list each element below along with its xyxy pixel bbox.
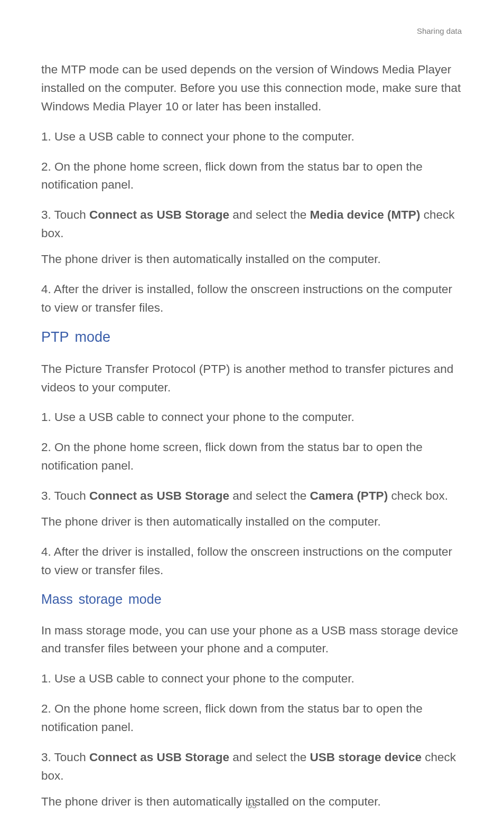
step-text: 3. Touch Connect as USB Storage and sele… xyxy=(41,487,463,531)
step-subtext: The phone driver is then automatically i… xyxy=(41,513,463,531)
bold-run: USB storage device xyxy=(310,751,422,764)
step-subtext: The phone driver is then automatically i… xyxy=(41,250,463,269)
text-run: Touch xyxy=(54,208,89,221)
step-number: 3. xyxy=(41,489,54,502)
mass-steps-list: 1. Use a USB cable to connect your phone… xyxy=(41,670,463,811)
step-number: 3. xyxy=(41,751,54,764)
page-header-label: Sharing data xyxy=(41,26,463,35)
step-number: 3. xyxy=(41,208,54,221)
text-run: Touch xyxy=(54,751,89,764)
ptp-intro-paragraph: The Picture Transfer Protocol (PTP) is a… xyxy=(41,360,463,397)
text-run: check box. xyxy=(388,489,448,502)
mtp-steps-list: 1. Use a USB cable to connect your phone… xyxy=(41,128,463,317)
list-item: 1. Use a USB cable to connect your phone… xyxy=(41,670,463,688)
list-item: 2. On the phone home screen, flick down … xyxy=(41,158,463,195)
page-number: 63 xyxy=(0,801,504,810)
bold-run: Media device (MTP) xyxy=(310,208,421,221)
step-text: 4. After the driver is installed, follow… xyxy=(41,280,463,317)
mtp-intro-paragraph: the MTP mode can be used depends on the … xyxy=(41,61,463,116)
step-text: 3. Touch Connect as USB Storage and sele… xyxy=(41,206,463,269)
step-text: 4. After the driver is installed, follow… xyxy=(41,543,463,580)
list-item: 3. Touch Connect as USB Storage and sele… xyxy=(41,487,463,531)
bold-run: Connect as USB Storage xyxy=(89,208,229,221)
text-run: and select the xyxy=(229,751,310,764)
list-item: 1. Use a USB cable to connect your phone… xyxy=(41,408,463,427)
step-text: 1. Use a USB cable to connect your phone… xyxy=(41,670,463,688)
document-page: Sharing data the MTP mode can be used de… xyxy=(0,0,504,811)
ptp-steps-list: 1. Use a USB cable to connect your phone… xyxy=(41,408,463,579)
step-text: 2. On the phone home screen, flick down … xyxy=(41,700,463,737)
section-heading-mass-storage: Mass storage mode xyxy=(41,592,463,607)
step-text: 1. Use a USB cable to connect your phone… xyxy=(41,408,463,427)
list-item: 1. Use a USB cable to connect your phone… xyxy=(41,128,463,146)
list-item: 3. Touch Connect as USB Storage and sele… xyxy=(41,206,463,269)
list-item: 4. After the driver is installed, follow… xyxy=(41,543,463,580)
bold-run: Camera (PTP) xyxy=(310,489,388,502)
section-heading-ptp: PTP mode xyxy=(41,329,463,345)
list-item: 2. On the phone home screen, flick down … xyxy=(41,700,463,737)
mass-intro-paragraph: In mass storage mode, you can use your p… xyxy=(41,622,463,659)
list-item: 2. On the phone home screen, flick down … xyxy=(41,438,463,475)
text-run: and select the xyxy=(229,489,310,502)
step-text: 1. Use a USB cable to connect your phone… xyxy=(41,128,463,146)
step-text: 2. On the phone home screen, flick down … xyxy=(41,438,463,475)
text-run: Touch xyxy=(54,489,89,502)
text-run: and select the xyxy=(229,208,310,221)
list-item: 4. After the driver is installed, follow… xyxy=(41,280,463,317)
step-text: 2. On the phone home screen, flick down … xyxy=(41,158,463,195)
bold-run: Connect as USB Storage xyxy=(89,751,229,764)
bold-run: Connect as USB Storage xyxy=(89,489,229,502)
